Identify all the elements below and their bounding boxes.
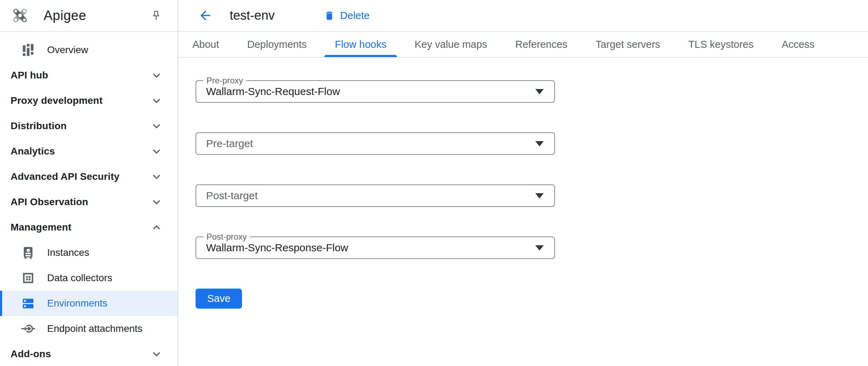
chevron-down-icon — [151, 348, 162, 360]
sidebar-item-label: Proxy development — [11, 95, 103, 106]
sidebar-item-label: API hub — [11, 70, 48, 81]
sidebar-item-label: Instances — [47, 247, 89, 258]
main-area: test-env Delete About Deployments Flow h… — [178, 0, 868, 366]
tab-key-value-maps[interactable]: Key value maps — [401, 32, 501, 57]
arrow-back-icon — [198, 8, 213, 23]
post-proxy-label: Post-proxy — [203, 232, 250, 242]
sidebar-item-label: Data collectors — [47, 272, 112, 284]
sidebar-item-label: Analytics — [11, 146, 55, 157]
chevron-down-icon — [151, 171, 162, 182]
chevron-down-icon — [151, 70, 162, 81]
tab-deployments[interactable]: Deployments — [233, 32, 321, 57]
apigee-logo-icon — [9, 5, 31, 26]
flow-hooks-form: Pre-proxy Wallarm-Sync-Request-Flow Pre-… — [178, 58, 868, 309]
dropdown-arrow-icon — [535, 193, 544, 198]
tab-flow-hooks[interactable]: Flow hooks — [321, 32, 401, 57]
sidebar-item-environments[interactable]: Environments — [0, 291, 178, 316]
pre-target-select[interactable]: Pre-target — [196, 132, 555, 155]
sidebar-item-proxy-development[interactable]: Proxy development — [0, 88, 178, 113]
overview-icon — [21, 43, 35, 57]
sidebar-item-api-observation[interactable]: API Observation — [0, 189, 178, 215]
dropdown-arrow-icon — [535, 141, 544, 146]
data-collectors-icon — [21, 271, 35, 285]
sidebar-item-label: Management — [11, 222, 71, 233]
dropdown-arrow-icon — [535, 89, 544, 94]
chevron-up-icon — [151, 222, 162, 233]
tab-about[interactable]: About — [178, 32, 233, 57]
endpoint-attachments-icon — [21, 322, 35, 336]
page-title: test-env — [230, 8, 275, 23]
sidebar-nav: Overview API hub Proxy development Distr… — [0, 32, 178, 366]
chevron-down-icon — [151, 120, 162, 132]
sidebar: Apigee Overview API hub — [0, 0, 178, 366]
sidebar-header: Apigee — [0, 0, 178, 32]
tab-bar: About Deployments Flow hooks Key value m… — [178, 32, 868, 58]
tab-tls-keystores[interactable]: TLS keystores — [674, 32, 767, 57]
delete-button-label: Delete — [340, 10, 370, 21]
pin-sidebar-button[interactable] — [150, 10, 162, 21]
sidebar-item-overview[interactable]: Overview — [0, 37, 178, 63]
pre-proxy-select[interactable]: Pre-proxy Wallarm-Sync-Request-Flow — [196, 80, 555, 103]
chevron-down-icon — [151, 146, 162, 157]
sidebar-item-api-hub[interactable]: API hub — [0, 63, 178, 88]
tab-access[interactable]: Access — [767, 32, 828, 57]
trash-icon — [324, 10, 335, 21]
instances-icon — [21, 246, 35, 260]
back-button[interactable] — [198, 8, 213, 23]
sidebar-item-advanced-api-security[interactable]: Advanced API Security — [0, 164, 178, 189]
chevron-down-icon — [151, 95, 162, 106]
brand-name: Apigee — [44, 8, 86, 23]
tab-target-servers[interactable]: Target servers — [581, 32, 674, 57]
pre-target-placeholder: Pre-target — [206, 138, 253, 150]
dropdown-arrow-icon — [535, 245, 544, 251]
post-proxy-select[interactable]: Post-proxy Wallarm-Sync-Response-Flow — [196, 236, 555, 259]
sidebar-item-analytics[interactable]: Analytics — [0, 139, 178, 164]
delete-button[interactable]: Delete — [324, 10, 370, 21]
pre-proxy-value: Wallarm-Sync-Request-Flow — [206, 86, 340, 97]
sidebar-item-add-ons[interactable]: Add-ons — [0, 341, 178, 366]
sidebar-item-label: Environments — [47, 298, 107, 309]
sidebar-item-label: Endpoint attachments — [47, 323, 142, 334]
sidebar-item-endpoint-attachments[interactable]: Endpoint attachments — [0, 316, 178, 341]
pre-proxy-label: Pre-proxy — [203, 75, 246, 86]
page-header: test-env Delete — [178, 0, 868, 32]
environments-icon — [21, 296, 35, 310]
sidebar-item-label: Advanced API Security — [11, 171, 120, 182]
post-proxy-value: Wallarm-Sync-Response-Flow — [206, 242, 348, 254]
sidebar-item-label: Overview — [47, 44, 88, 56]
chevron-down-icon — [151, 196, 162, 208]
sidebar-item-instances[interactable]: Instances — [0, 240, 178, 265]
post-target-select[interactable]: Post-target — [196, 184, 555, 207]
sidebar-item-label: API Observation — [11, 196, 88, 208]
tab-references[interactable]: References — [501, 32, 581, 57]
post-target-placeholder: Post-target — [206, 190, 258, 202]
sidebar-item-data-collectors[interactable]: Data collectors — [0, 265, 178, 291]
sidebar-item-label: Add-ons — [11, 348, 51, 360]
sidebar-item-distribution[interactable]: Distribution — [0, 113, 178, 139]
sidebar-item-label: Distribution — [11, 120, 67, 132]
pin-icon — [151, 10, 162, 21]
save-button[interactable]: Save — [196, 289, 242, 309]
sidebar-item-management[interactable]: Management — [0, 215, 178, 240]
